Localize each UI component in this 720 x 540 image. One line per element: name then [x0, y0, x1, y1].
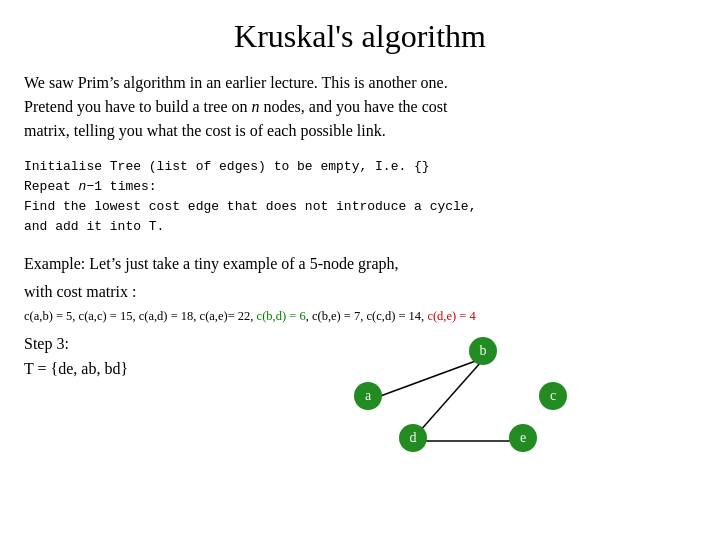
- cost-prefix: c(a,b) = 5, c(a,c) = 15, c(a,d) = 18, c(…: [24, 309, 257, 323]
- example-line2: with cost matrix :: [24, 280, 696, 305]
- step-area: Step 3: T = {de, ab, bd} b a c d e: [24, 332, 696, 452]
- node-a: a: [354, 382, 382, 410]
- cost-mid: , c(b,e) = 7, c(c,d) = 14,: [306, 309, 428, 323]
- page-title: Kruskal's algorithm: [24, 18, 696, 55]
- intro-line3: matrix, telling you what the cost is of …: [24, 122, 386, 139]
- step-3-label: Step 3:: [24, 332, 179, 357]
- node-b: b: [469, 337, 497, 365]
- intro-line2: Pretend you have to build a tree on n no…: [24, 98, 447, 115]
- pseudocode-block: Initialise Tree (list of edges) to be em…: [24, 157, 696, 238]
- edge-bd: [419, 362, 481, 432]
- step-T-label: T = {de, ab, bd}: [24, 357, 179, 382]
- intro-paragraph: We saw Prim’s algorithm in an earlier le…: [24, 71, 696, 143]
- code-line4: and add it into T.: [24, 217, 696, 237]
- page: Kruskal's algorithm We saw Prim’s algori…: [0, 0, 720, 540]
- step-label: Step 3: T = {de, ab, bd}: [24, 332, 179, 382]
- cost-matrix-line: c(a,b) = 5, c(a,c) = 15, c(a,d) = 18, c(…: [24, 309, 696, 324]
- edge-ab: [375, 359, 481, 398]
- example-line1: Example: Let’s just take a tiny example …: [24, 252, 696, 277]
- code-line3: Find the lowest cost edge that does not …: [24, 197, 696, 217]
- cost-de: c(d,e) = 4: [427, 309, 475, 323]
- node-d: d: [399, 424, 427, 452]
- code-line2: Repeat n−1 times:: [24, 177, 696, 197]
- cost-bd: c(b,d) = 6: [257, 309, 306, 323]
- node-c: c: [539, 382, 567, 410]
- intro-line1: We saw Prim’s algorithm in an earlier le…: [24, 74, 448, 91]
- code-line1: Initialise Tree (list of edges) to be em…: [24, 157, 696, 177]
- graph-area: b a c d e: [179, 332, 559, 452]
- node-e: e: [509, 424, 537, 452]
